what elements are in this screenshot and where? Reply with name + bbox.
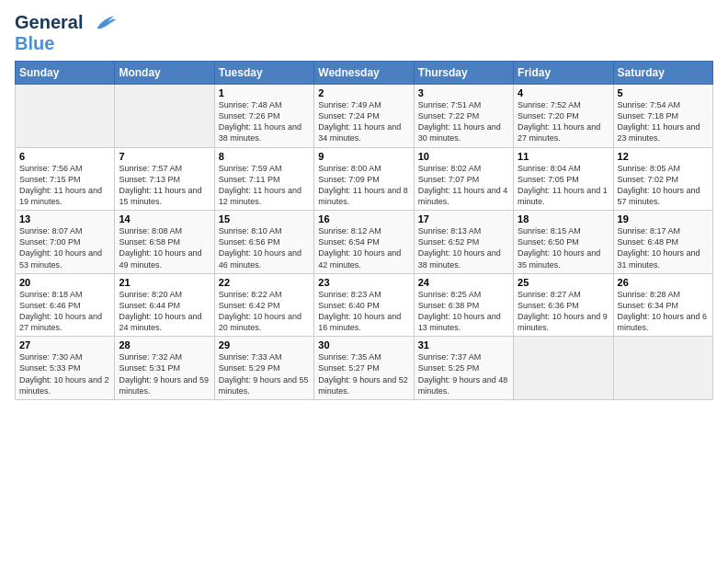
- calendar-cell: 12Sunrise: 8:05 AM Sunset: 7:02 PM Dayli…: [613, 147, 712, 211]
- calendar-cell: 3Sunrise: 7:51 AM Sunset: 7:22 PM Daylig…: [414, 85, 513, 148]
- day-number: 4: [518, 87, 609, 98]
- logo: General Blue: [15, 11, 116, 53]
- day-info: Sunrise: 8:20 AM Sunset: 6:44 PM Dayligh…: [119, 289, 210, 334]
- calendar-cell: 11Sunrise: 8:04 AM Sunset: 7:05 PM Dayli…: [514, 147, 613, 211]
- day-info: Sunrise: 7:52 AM Sunset: 7:20 PM Dayligh…: [518, 99, 609, 144]
- day-of-week-tuesday: Tuesday: [214, 62, 313, 85]
- day-number: 20: [19, 277, 110, 288]
- calendar-cell: 19Sunrise: 8:17 AM Sunset: 6:48 PM Dayli…: [613, 211, 712, 274]
- day-info: Sunrise: 8:15 AM Sunset: 6:50 PM Dayligh…: [518, 225, 609, 270]
- day-number: 13: [19, 213, 110, 224]
- day-number: 27: [19, 339, 110, 350]
- calendar-cell: 16Sunrise: 8:12 AM Sunset: 6:54 PM Dayli…: [314, 211, 414, 274]
- calendar-cell: [115, 85, 214, 148]
- page: General Blue SundayMondayTuesdayWednesda…: [0, 0, 728, 409]
- day-info: Sunrise: 8:07 AM Sunset: 7:00 PM Dayligh…: [19, 225, 110, 270]
- day-info: Sunrise: 7:48 AM Sunset: 7:26 PM Dayligh…: [219, 99, 310, 144]
- calendar-cell: 25Sunrise: 8:27 AM Sunset: 6:36 PM Dayli…: [514, 273, 613, 337]
- calendar-cell: 13Sunrise: 8:07 AM Sunset: 7:00 PM Dayli…: [16, 211, 115, 274]
- day-number: 12: [618, 151, 709, 162]
- day-number: 23: [318, 277, 409, 288]
- calendar-cell: 6Sunrise: 7:56 AM Sunset: 7:15 PM Daylig…: [16, 147, 115, 211]
- calendar-cell: [514, 337, 613, 400]
- day-of-week-sunday: Sunday: [16, 62, 115, 85]
- calendar-cell: [16, 85, 115, 148]
- calendar-cell: 26Sunrise: 8:28 AM Sunset: 6:34 PM Dayli…: [613, 273, 712, 337]
- day-number: 19: [618, 213, 709, 224]
- day-of-week-monday: Monday: [115, 62, 214, 85]
- day-number: 6: [19, 151, 110, 162]
- calendar-header-row: SundayMondayTuesdayWednesdayThursdayFrid…: [16, 62, 713, 85]
- calendar-cell: 20Sunrise: 8:18 AM Sunset: 6:46 PM Dayli…: [16, 273, 115, 337]
- calendar-cell: 18Sunrise: 8:15 AM Sunset: 6:50 PM Dayli…: [514, 211, 613, 274]
- day-info: Sunrise: 8:25 AM Sunset: 6:38 PM Dayligh…: [418, 289, 509, 334]
- day-info: Sunrise: 7:30 AM Sunset: 5:33 PM Dayligh…: [19, 351, 110, 396]
- day-number: 9: [318, 151, 409, 162]
- day-number: 15: [219, 213, 310, 224]
- day-number: 21: [119, 277, 210, 288]
- day-info: Sunrise: 8:17 AM Sunset: 6:48 PM Dayligh…: [618, 225, 709, 270]
- day-info: Sunrise: 8:10 AM Sunset: 6:56 PM Dayligh…: [219, 225, 310, 270]
- day-number: 3: [418, 87, 509, 98]
- week-row-2: 6Sunrise: 7:56 AM Sunset: 7:15 PM Daylig…: [16, 147, 713, 211]
- day-info: Sunrise: 7:54 AM Sunset: 7:18 PM Dayligh…: [618, 99, 709, 144]
- day-info: Sunrise: 8:18 AM Sunset: 6:46 PM Dayligh…: [19, 289, 110, 334]
- day-info: Sunrise: 7:33 AM Sunset: 5:29 PM Dayligh…: [219, 351, 310, 396]
- day-info: Sunrise: 8:00 AM Sunset: 7:09 PM Dayligh…: [318, 163, 409, 208]
- week-row-4: 20Sunrise: 8:18 AM Sunset: 6:46 PM Dayli…: [16, 273, 713, 337]
- day-info: Sunrise: 8:22 AM Sunset: 6:42 PM Dayligh…: [219, 289, 310, 334]
- calendar-cell: 30Sunrise: 7:35 AM Sunset: 5:27 PM Dayli…: [314, 337, 414, 400]
- calendar-cell: 29Sunrise: 7:33 AM Sunset: 5:29 PM Dayli…: [214, 337, 313, 400]
- week-row-3: 13Sunrise: 8:07 AM Sunset: 7:00 PM Dayli…: [16, 211, 713, 274]
- calendar-cell: 1Sunrise: 7:48 AM Sunset: 7:26 PM Daylig…: [214, 85, 313, 148]
- day-number: 1: [219, 87, 310, 98]
- logo-general: General: [15, 12, 83, 32]
- calendar-cell: 15Sunrise: 8:10 AM Sunset: 6:56 PM Dayli…: [214, 211, 313, 274]
- calendar-cell: 23Sunrise: 8:23 AM Sunset: 6:40 PM Dayli…: [314, 273, 414, 337]
- day-number: 29: [219, 339, 310, 350]
- day-info: Sunrise: 8:28 AM Sunset: 6:34 PM Dayligh…: [618, 289, 709, 334]
- day-number: 8: [219, 151, 310, 162]
- day-info: Sunrise: 8:13 AM Sunset: 6:52 PM Dayligh…: [418, 225, 509, 270]
- day-info: Sunrise: 8:04 AM Sunset: 7:05 PM Dayligh…: [518, 163, 609, 208]
- header: General Blue: [15, 11, 713, 53]
- day-number: 24: [418, 277, 509, 288]
- day-info: Sunrise: 7:57 AM Sunset: 7:13 PM Dayligh…: [119, 163, 210, 208]
- day-of-week-wednesday: Wednesday: [314, 62, 414, 85]
- logo-bird-icon: [90, 11, 116, 37]
- calendar-cell: 2Sunrise: 7:49 AM Sunset: 7:24 PM Daylig…: [314, 85, 414, 148]
- day-number: 11: [518, 151, 609, 162]
- week-row-5: 27Sunrise: 7:30 AM Sunset: 5:33 PM Dayli…: [16, 337, 713, 400]
- calendar-cell: 27Sunrise: 7:30 AM Sunset: 5:33 PM Dayli…: [16, 337, 115, 400]
- day-info: Sunrise: 8:02 AM Sunset: 7:07 PM Dayligh…: [418, 163, 509, 208]
- calendar-cell: 17Sunrise: 8:13 AM Sunset: 6:52 PM Dayli…: [414, 211, 513, 274]
- day-of-week-friday: Friday: [514, 62, 613, 85]
- calendar-cell: 31Sunrise: 7:37 AM Sunset: 5:25 PM Dayli…: [414, 337, 513, 400]
- day-info: Sunrise: 8:12 AM Sunset: 6:54 PM Dayligh…: [318, 225, 409, 270]
- day-info: Sunrise: 8:08 AM Sunset: 6:58 PM Dayligh…: [119, 225, 210, 270]
- day-number: 2: [318, 87, 409, 98]
- day-number: 18: [518, 213, 609, 224]
- day-number: 16: [318, 213, 409, 224]
- day-info: Sunrise: 8:05 AM Sunset: 7:02 PM Dayligh…: [618, 163, 709, 208]
- day-number: 5: [618, 87, 709, 98]
- calendar-cell: 14Sunrise: 8:08 AM Sunset: 6:58 PM Dayli…: [115, 211, 214, 274]
- calendar-cell: [613, 337, 712, 400]
- day-number: 30: [318, 339, 409, 350]
- day-info: Sunrise: 7:37 AM Sunset: 5:25 PM Dayligh…: [418, 351, 509, 396]
- calendar-cell: 9Sunrise: 8:00 AM Sunset: 7:09 PM Daylig…: [314, 147, 414, 211]
- calendar-cell: 4Sunrise: 7:52 AM Sunset: 7:20 PM Daylig…: [514, 85, 613, 148]
- calendar-cell: 28Sunrise: 7:32 AM Sunset: 5:31 PM Dayli…: [115, 337, 214, 400]
- week-row-1: 1Sunrise: 7:48 AM Sunset: 7:26 PM Daylig…: [16, 85, 713, 148]
- day-of-week-saturday: Saturday: [613, 62, 712, 85]
- day-number: 14: [119, 213, 210, 224]
- day-number: 31: [418, 339, 509, 350]
- day-number: 26: [618, 277, 709, 288]
- day-of-week-thursday: Thursday: [414, 62, 513, 85]
- day-info: Sunrise: 7:35 AM Sunset: 5:27 PM Dayligh…: [318, 351, 409, 396]
- calendar-cell: 7Sunrise: 7:57 AM Sunset: 7:13 PM Daylig…: [115, 147, 214, 211]
- day-info: Sunrise: 8:27 AM Sunset: 6:36 PM Dayligh…: [518, 289, 609, 334]
- day-info: Sunrise: 7:51 AM Sunset: 7:22 PM Dayligh…: [418, 99, 509, 144]
- calendar-cell: 21Sunrise: 8:20 AM Sunset: 6:44 PM Dayli…: [115, 273, 214, 337]
- calendar-cell: 8Sunrise: 7:59 AM Sunset: 7:11 PM Daylig…: [214, 147, 313, 211]
